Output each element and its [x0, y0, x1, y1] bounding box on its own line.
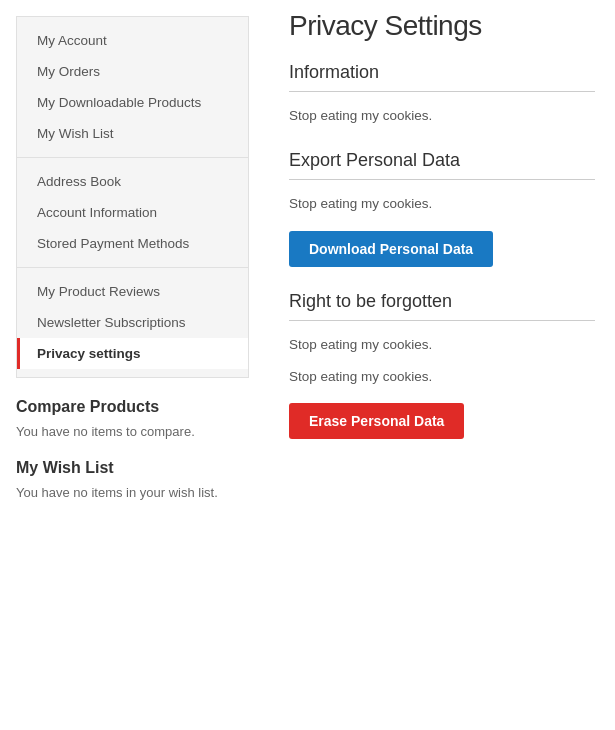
- sidebar-widget-title-wish-list: My Wish List: [16, 459, 249, 477]
- sidebar-widget-title-compare-products: Compare Products: [16, 398, 249, 416]
- sidebar-widget-wish-list: My Wish ListYou have no items in your wi…: [16, 459, 249, 500]
- section-title-export-personal-data: Export Personal Data: [289, 150, 595, 180]
- download-personal-data-button[interactable]: Download Personal Data: [289, 231, 493, 267]
- main-content: Privacy Settings InformationStop eating …: [265, 0, 615, 730]
- sidebar-widget-text-compare-products: You have no items to compare.: [16, 424, 249, 439]
- sidebar-item-my-downloadable-products[interactable]: My Downloadable Products: [17, 87, 248, 118]
- sidebar-item-account-information[interactable]: Account Information: [17, 197, 248, 228]
- sidebar-item-stored-payment-methods[interactable]: Stored Payment Methods: [17, 228, 248, 259]
- erase-personal-data-button[interactable]: Erase Personal Data: [289, 403, 464, 439]
- sidebar: My AccountMy OrdersMy Downloadable Produ…: [0, 0, 265, 730]
- sidebar-item-my-account[interactable]: My Account: [17, 25, 248, 56]
- section-text-export-personal-data-0: Stop eating my cookies.: [289, 194, 595, 214]
- sidebar-nav: My AccountMy OrdersMy Downloadable Produ…: [16, 16, 249, 378]
- sidebar-item-product-reviews[interactable]: My Product Reviews: [17, 276, 248, 307]
- sidebar-group-1: Address BookAccount InformationStored Pa…: [17, 157, 248, 267]
- page-layout: My AccountMy OrdersMy Downloadable Produ…: [0, 0, 615, 730]
- sidebar-group-2: My Product ReviewsNewsletter Subscriptio…: [17, 267, 248, 377]
- sidebar-item-newsletter-subscriptions[interactable]: Newsletter Subscriptions: [17, 307, 248, 338]
- sidebar-item-my-orders[interactable]: My Orders: [17, 56, 248, 87]
- section-title-information: Information: [289, 62, 595, 92]
- sidebar-widget-compare-products: Compare ProductsYou have no items to com…: [16, 398, 249, 439]
- section-text-right-to-be-forgotten-0: Stop eating my cookies.: [289, 335, 595, 355]
- sidebar-widget-text-wish-list: You have no items in your wish list.: [16, 485, 249, 500]
- page-title: Privacy Settings: [289, 10, 595, 42]
- sidebar-item-privacy-settings[interactable]: Privacy settings: [17, 338, 248, 369]
- section-title-right-to-be-forgotten: Right to be forgotten: [289, 291, 595, 321]
- section-information: InformationStop eating my cookies.: [289, 62, 595, 126]
- sidebar-group-0: My AccountMy OrdersMy Downloadable Produ…: [17, 17, 248, 157]
- section-text-right-to-be-forgotten-1: Stop eating my cookies.: [289, 367, 595, 387]
- section-text-information-0: Stop eating my cookies.: [289, 106, 595, 126]
- sidebar-item-address-book[interactable]: Address Book: [17, 166, 248, 197]
- section-export-personal-data: Export Personal DataStop eating my cooki…: [289, 150, 595, 266]
- section-right-to-be-forgotten: Right to be forgottenStop eating my cook…: [289, 291, 595, 440]
- sidebar-item-my-wish-list[interactable]: My Wish List: [17, 118, 248, 149]
